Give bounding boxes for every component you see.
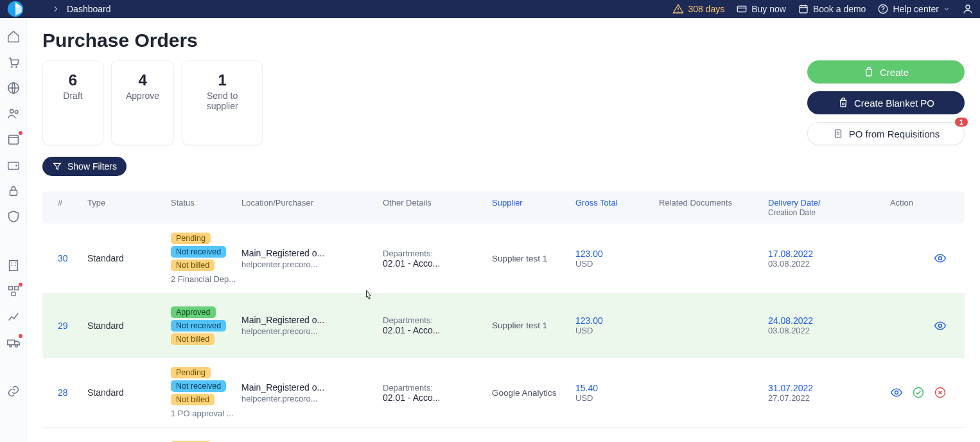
row-gross: 123.00USD bbox=[575, 249, 659, 269]
row-other: Departments:02.01 - Acco... bbox=[383, 315, 492, 335]
view-icon[interactable] bbox=[890, 386, 903, 399]
col-gross[interactable]: Gross Total bbox=[575, 198, 659, 217]
show-filters-button[interactable]: Show Filters bbox=[42, 157, 127, 176]
status-extra: 1 PO approval ... bbox=[171, 409, 234, 418]
sidebar-globe[interactable] bbox=[6, 81, 21, 95]
status-pill: Pending bbox=[171, 367, 211, 378]
row-location: Main_Registered o...helpcenter.precoro..… bbox=[241, 382, 383, 403]
approve-icon[interactable] bbox=[912, 386, 925, 399]
sidebar-shield[interactable] bbox=[6, 209, 21, 224]
buy-now-link[interactable]: Buy now bbox=[736, 3, 786, 15]
action-buttons: Create Create Blanket PO PO from Requisi… bbox=[807, 60, 965, 145]
table-row[interactable]: 30 Standard PendingNot receivedNot bille… bbox=[42, 224, 965, 294]
po-table: # Type Status Location/Purchaser Other D… bbox=[42, 191, 965, 442]
sidebar-wallet[interactable] bbox=[6, 158, 21, 172]
page-title: Purchase Orders bbox=[42, 30, 965, 51]
table-row[interactable]: 28 Standard PendingNot receivedNot bille… bbox=[42, 358, 965, 428]
blanket-icon bbox=[837, 97, 849, 109]
col-num: # bbox=[42, 198, 87, 217]
svg-point-15 bbox=[10, 110, 13, 114]
svg-rect-28 bbox=[14, 287, 18, 290]
status-pill: Not received bbox=[171, 380, 226, 392]
row-supplier: Supplier test 1 bbox=[492, 321, 575, 330]
status-pill: Approved bbox=[171, 306, 216, 318]
sidebar-users[interactable] bbox=[6, 107, 21, 121]
svg-rect-34 bbox=[835, 130, 841, 137]
breadcrumb[interactable]: Dashboard bbox=[67, 4, 111, 14]
svg-rect-3 bbox=[737, 6, 746, 12]
user-menu[interactable] bbox=[962, 3, 974, 15]
svg-point-37 bbox=[939, 257, 942, 260]
svg-point-16 bbox=[15, 110, 18, 114]
table-header: # Type Status Location/Purchaser Other D… bbox=[42, 191, 965, 224]
status-pill: Not received bbox=[171, 320, 226, 332]
row-location: Main_Registered o...helpcenter.precoro..… bbox=[241, 315, 383, 336]
row-other: Departments:02.01 - Acco... bbox=[383, 383, 492, 403]
sidebar-cart[interactable] bbox=[6, 55, 21, 69]
reject-icon[interactable] bbox=[934, 386, 947, 399]
row-actions bbox=[852, 319, 965, 332]
svg-point-39 bbox=[895, 391, 898, 394]
status-pill: Not billed bbox=[171, 260, 214, 271]
col-date[interactable]: Delivery Date/ Creation Date bbox=[768, 198, 852, 217]
sidebar-charts[interactable] bbox=[6, 310, 21, 324]
view-icon[interactable] bbox=[934, 319, 947, 332]
warning-icon bbox=[672, 3, 684, 15]
row-number[interactable]: 29 bbox=[42, 321, 87, 331]
svg-point-20 bbox=[15, 165, 17, 167]
sidebar-link[interactable] bbox=[6, 384, 21, 398]
col-supplier[interactable]: Supplier bbox=[492, 198, 575, 217]
row-type: Standard bbox=[87, 253, 171, 263]
table-row[interactable]: 29 Standard ApprovedNot receivedNot bill… bbox=[42, 294, 965, 358]
svg-rect-5 bbox=[800, 6, 807, 13]
help-center-link[interactable]: Help center bbox=[877, 3, 950, 15]
calendar-icon bbox=[798, 3, 809, 15]
sidebar-building[interactable] bbox=[6, 258, 21, 272]
svg-rect-17 bbox=[8, 136, 18, 145]
svg-point-33 bbox=[842, 103, 844, 105]
document-icon bbox=[832, 128, 844, 139]
status-pill: Not billed bbox=[171, 333, 214, 345]
row-location: Main_Registered o...helpcenter.precoro..… bbox=[241, 248, 383, 269]
sidebar-calendar[interactable] bbox=[6, 132, 21, 146]
row-number[interactable]: 30 bbox=[42, 253, 87, 263]
row-type: Standard bbox=[87, 387, 171, 398]
row-supplier: Google Analytics bbox=[492, 388, 575, 398]
sidebar-home[interactable] bbox=[6, 30, 21, 44]
chevron-right-icon bbox=[51, 4, 60, 13]
sidebar-lock[interactable] bbox=[6, 184, 21, 198]
table-row[interactable]: 27 Standard PendingNot receivedNot bille… bbox=[42, 428, 965, 442]
svg-rect-21 bbox=[10, 190, 17, 195]
status-pill: Pending bbox=[171, 233, 211, 244]
row-dates: 24.08.202203.08.2022 bbox=[768, 315, 852, 335]
row-number[interactable]: 28 bbox=[42, 387, 87, 398]
trial-countdown[interactable]: 308 days bbox=[672, 3, 724, 15]
row-other: Departments:02.01 - Acco... bbox=[383, 249, 492, 269]
col-related: Related Documents bbox=[659, 198, 768, 217]
row-actions bbox=[852, 252, 965, 265]
sidebar-truck[interactable] bbox=[6, 335, 21, 349]
svg-rect-22 bbox=[9, 261, 17, 271]
row-dates: 17.08.202203.08.2022 bbox=[768, 249, 852, 269]
book-demo-link[interactable]: Book a demo bbox=[798, 3, 866, 15]
status-pill: Not billed bbox=[171, 394, 214, 405]
create-button[interactable]: Create bbox=[807, 60, 965, 84]
status-card-send[interactable]: 1 Send to supplier bbox=[182, 60, 263, 145]
svg-point-10 bbox=[883, 11, 884, 12]
shopping-bag-icon bbox=[863, 66, 875, 78]
sidebar-org[interactable] bbox=[6, 284, 21, 298]
help-icon bbox=[877, 3, 889, 15]
po-from-requisitions-button[interactable]: PO from Requisitions 1 bbox=[807, 122, 965, 145]
svg-point-13 bbox=[15, 66, 17, 68]
app-logo[interactable] bbox=[6, 0, 24, 18]
status-card-draft[interactable]: 6 Draft bbox=[42, 60, 103, 145]
row-gross: 123.00USD bbox=[575, 315, 659, 335]
status-pill: Not received bbox=[171, 246, 226, 258]
chevron-down-icon bbox=[943, 3, 950, 15]
view-icon[interactable] bbox=[934, 252, 947, 265]
requisition-badge: 1 bbox=[955, 118, 968, 127]
row-status: ApprovedNot receivedNot billed bbox=[171, 306, 241, 345]
status-card-approve[interactable]: 4 Approve bbox=[111, 60, 174, 145]
create-blanket-button[interactable]: Create Blanket PO bbox=[807, 91, 965, 114]
status-cards: 6 Draft 4 Approve 1 Send to supplier bbox=[42, 60, 263, 145]
